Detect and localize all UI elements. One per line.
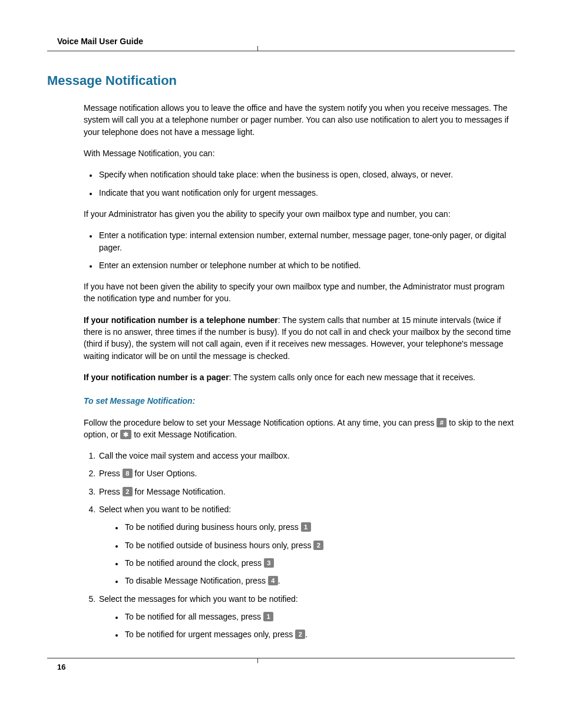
list-item: Call the voice mail system and access yo… [98,450,515,462]
paragraph: If your notification number is a telepho… [84,314,515,362]
list-item: Specify when notification should take pl… [98,169,515,180]
text: for Message Notification. [133,487,226,496]
body-content: Message notification allows you to leave… [84,102,515,640]
key-4-icon: 4 [268,576,278,585]
text: Select when you want to be notified: [99,505,231,514]
list-item: Select the messages for which you want t… [98,593,515,641]
key-1-icon: 1 [301,522,311,532]
list-item: To disable Message Notification, press 4… [124,575,515,587]
list-item: Press 8 for User Options. [98,467,515,479]
text: Press [99,469,123,478]
text: To be notified outside of business hours… [125,541,313,550]
text: to exit Message Notification. [131,430,237,439]
list-item: Press 2 for Message Notification. [98,486,515,498]
text: : The system calls only once for each ne… [229,373,475,382]
bullet-list: To be notified for all messages, press 1… [99,611,515,641]
list-item: Select when you want to be notified: To … [98,503,515,587]
list-item: To be notified for urgent messages only,… [124,628,515,640]
bold-text: If your notification number is a pager [84,373,229,382]
paragraph: With Message Notification, you can: [84,147,515,159]
text: Press [99,487,123,496]
text: To be notified during business hours onl… [125,522,301,532]
section-title: Message Notification [47,71,515,90]
list-item: Enter an extension number or telephone n… [98,259,515,271]
paragraph: If you have not been given the ability t… [84,281,515,305]
text: To disable Message Notification, press [125,576,268,585]
list-item: To be notified around the clock, press 3 [124,557,515,569]
key-3-icon: 3 [264,558,274,568]
key-hash-icon: # [437,418,447,427]
key-2-icon: 2 [295,630,305,639]
bold-text: If your notification number is a telepho… [84,315,278,325]
text: To be notified for all messages, press [125,612,263,621]
key-8-icon: 8 [123,469,133,478]
list-item: To be notified during business hours onl… [124,521,515,533]
text: To be notified around the clock, press [125,558,264,568]
list-item: To be notified for all messages, press 1 [124,611,515,622]
key-2-icon: 2 [123,487,133,496]
subheading: To set Message Notification: [84,395,515,407]
text: Follow the procedure below to set your M… [84,418,437,427]
key-2-icon: 2 [313,541,323,550]
paragraph: Follow the procedure below to set your M… [84,417,515,441]
text: for User Options. [133,469,197,478]
header-rule [47,51,515,51]
paragraph: If your Administrator has given you the … [84,208,515,220]
document-page: Voice Mail User Guide Message Notificati… [0,0,562,709]
text: To be notified for urgent messages only,… [125,630,295,639]
list-item: Enter a notification type: internal exte… [98,229,515,253]
list-item: To be notified outside of business hours… [124,539,515,551]
footer-rule [47,658,515,658]
bullet-list: To be notified during business hours onl… [99,521,515,587]
ordered-list: Call the voice mail system and access yo… [84,450,515,640]
list-item: Indicate that you want notification only… [98,187,515,199]
paragraph: If your notification number is a pager: … [84,371,515,383]
bullet-list: Specify when notification should take pl… [84,169,515,199]
bullet-list: Enter a notification type: internal exte… [84,229,515,271]
text: Select the messages for which you want t… [99,594,298,604]
key-star-icon: ✱ [120,430,131,439]
page-number: 16 [47,662,515,673]
key-1-icon: 1 [263,612,273,621]
text: . [278,576,280,585]
paragraph: Message notification allows you to leave… [84,102,515,138]
text: . [305,630,308,639]
running-header: Voice Mail User Guide [47,35,515,47]
